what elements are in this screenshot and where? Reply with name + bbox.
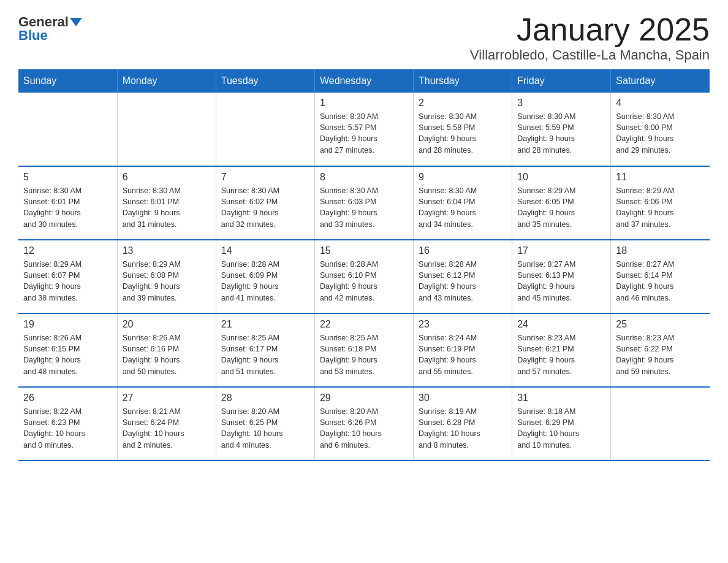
day-number: 10	[517, 172, 605, 183]
day-info: Sunrise: 8:30 AMSunset: 6:01 PMDaylight:…	[23, 185, 112, 230]
calendar-cell: 7Sunrise: 8:30 AMSunset: 6:02 PMDaylight…	[216, 166, 314, 240]
title-block: January 2025 Villarrobledo, Castille-La …	[470, 12, 710, 63]
calendar-cell: 28Sunrise: 8:20 AMSunset: 6:25 PMDayligh…	[216, 387, 314, 461]
day-number: 20	[123, 319, 211, 330]
day-info: Sunrise: 8:26 AMSunset: 6:15 PMDaylight:…	[23, 332, 112, 377]
calendar-cell: 8Sunrise: 8:30 AMSunset: 6:03 PMDaylight…	[314, 166, 413, 240]
header-cell-monday: Monday	[117, 69, 216, 93]
logo-text-blue: Blue	[18, 29, 48, 42]
day-info: Sunrise: 8:18 AMSunset: 6:29 PMDaylight:…	[517, 406, 605, 451]
header-cell-friday: Friday	[512, 69, 611, 93]
day-number: 12	[23, 245, 112, 256]
day-info: Sunrise: 8:30 AMSunset: 5:58 PMDaylight:…	[419, 111, 507, 156]
calendar-header: SundayMondayTuesdayWednesdayThursdayFrid…	[18, 69, 710, 93]
calendar-row: 26Sunrise: 8:22 AMSunset: 6:23 PMDayligh…	[18, 387, 710, 461]
header-cell-wednesday: Wednesday	[314, 69, 413, 93]
day-number: 6	[123, 172, 211, 183]
day-info: Sunrise: 8:29 AMSunset: 6:08 PMDaylight:…	[123, 259, 211, 304]
calendar-cell: 23Sunrise: 8:24 AMSunset: 6:19 PMDayligh…	[414, 313, 512, 387]
day-info: Sunrise: 8:28 AMSunset: 6:12 PMDaylight:…	[419, 259, 507, 304]
calendar-row: 12Sunrise: 8:29 AMSunset: 6:07 PMDayligh…	[18, 240, 710, 313]
day-info: Sunrise: 8:23 AMSunset: 6:21 PMDaylight:…	[517, 332, 605, 377]
header-cell-thursday: Thursday	[414, 69, 512, 93]
calendar-cell: 14Sunrise: 8:28 AMSunset: 6:09 PMDayligh…	[216, 240, 314, 313]
calendar-row: 5Sunrise: 8:30 AMSunset: 6:01 PMDaylight…	[18, 166, 710, 240]
day-info: Sunrise: 8:20 AMSunset: 6:26 PMDaylight:…	[320, 406, 408, 451]
day-info: Sunrise: 8:21 AMSunset: 6:24 PMDaylight:…	[123, 406, 211, 451]
calendar-cell: 25Sunrise: 8:23 AMSunset: 6:22 PMDayligh…	[611, 313, 710, 387]
day-number: 4	[616, 98, 705, 109]
day-info: Sunrise: 8:22 AMSunset: 6:23 PMDaylight:…	[23, 406, 112, 451]
calendar-cell: 17Sunrise: 8:27 AMSunset: 6:13 PMDayligh…	[512, 240, 611, 313]
day-number: 14	[221, 245, 309, 256]
day-number: 8	[320, 172, 408, 183]
day-number: 5	[23, 172, 112, 183]
calendar-cell: 15Sunrise: 8:28 AMSunset: 6:10 PMDayligh…	[314, 240, 413, 313]
calendar-cell: 21Sunrise: 8:25 AMSunset: 6:17 PMDayligh…	[216, 313, 314, 387]
calendar-cell: 27Sunrise: 8:21 AMSunset: 6:24 PMDayligh…	[117, 387, 216, 461]
day-number: 9	[419, 172, 507, 183]
calendar-cell: 10Sunrise: 8:29 AMSunset: 6:05 PMDayligh…	[512, 166, 611, 240]
logo: General Blue	[18, 12, 82, 42]
calendar-row: 1Sunrise: 8:30 AMSunset: 5:57 PMDaylight…	[18, 93, 710, 166]
calendar-cell: 20Sunrise: 8:26 AMSunset: 6:16 PMDayligh…	[117, 313, 216, 387]
day-info: Sunrise: 8:25 AMSunset: 6:18 PMDaylight:…	[320, 332, 408, 377]
calendar-cell: 2Sunrise: 8:30 AMSunset: 5:58 PMDaylight…	[414, 93, 512, 166]
day-info: Sunrise: 8:29 AMSunset: 6:06 PMDaylight:…	[616, 185, 705, 230]
day-info: Sunrise: 8:25 AMSunset: 6:17 PMDaylight:…	[221, 332, 309, 377]
calendar-cell	[611, 387, 710, 461]
day-number: 27	[123, 393, 211, 404]
calendar-cell	[117, 93, 216, 166]
day-number: 17	[517, 245, 605, 256]
logo-text-black: General	[18, 15, 69, 29]
page-subtitle: Villarrobledo, Castille-La Mancha, Spain	[470, 47, 710, 63]
day-info: Sunrise: 8:19 AMSunset: 6:28 PMDaylight:…	[419, 406, 507, 451]
day-number: 13	[123, 245, 211, 256]
day-info: Sunrise: 8:30 AMSunset: 6:03 PMDaylight:…	[320, 185, 408, 230]
day-number: 22	[320, 319, 408, 330]
calendar-body: 1Sunrise: 8:30 AMSunset: 5:57 PMDaylight…	[18, 93, 710, 461]
day-number: 15	[320, 245, 408, 256]
day-number: 2	[419, 98, 507, 109]
calendar-table: SundayMondayTuesdayWednesdayThursdayFrid…	[18, 69, 710, 461]
day-number: 21	[221, 319, 309, 330]
day-number: 25	[616, 319, 705, 330]
day-info: Sunrise: 8:23 AMSunset: 6:22 PMDaylight:…	[616, 332, 705, 377]
calendar-cell: 22Sunrise: 8:25 AMSunset: 6:18 PMDayligh…	[314, 313, 413, 387]
day-info: Sunrise: 8:20 AMSunset: 6:25 PMDaylight:…	[221, 406, 309, 451]
day-number: 7	[221, 172, 309, 183]
day-number: 28	[221, 393, 309, 404]
day-info: Sunrise: 8:29 AMSunset: 6:07 PMDaylight:…	[23, 259, 112, 304]
day-info: Sunrise: 8:30 AMSunset: 5:59 PMDaylight:…	[517, 111, 605, 156]
calendar-cell: 12Sunrise: 8:29 AMSunset: 6:07 PMDayligh…	[18, 240, 117, 313]
day-number: 16	[419, 245, 507, 256]
calendar-cell: 26Sunrise: 8:22 AMSunset: 6:23 PMDayligh…	[18, 387, 117, 461]
day-number: 11	[616, 172, 705, 183]
header-cell-saturday: Saturday	[611, 69, 710, 93]
day-number: 30	[419, 393, 507, 404]
day-info: Sunrise: 8:28 AMSunset: 6:10 PMDaylight:…	[320, 259, 408, 304]
day-info: Sunrise: 8:30 AMSunset: 5:57 PMDaylight:…	[320, 111, 408, 156]
day-number: 24	[517, 319, 605, 330]
day-info: Sunrise: 8:27 AMSunset: 6:13 PMDaylight:…	[517, 259, 605, 304]
calendar-cell: 11Sunrise: 8:29 AMSunset: 6:06 PMDayligh…	[611, 166, 710, 240]
day-info: Sunrise: 8:30 AMSunset: 6:04 PMDaylight:…	[419, 185, 507, 230]
day-info: Sunrise: 8:24 AMSunset: 6:19 PMDaylight:…	[419, 332, 507, 377]
day-info: Sunrise: 8:30 AMSunset: 6:00 PMDaylight:…	[616, 111, 705, 156]
logo-triangle-icon	[70, 18, 82, 26]
calendar-cell: 19Sunrise: 8:26 AMSunset: 6:15 PMDayligh…	[18, 313, 117, 387]
header-cell-sunday: Sunday	[18, 69, 117, 93]
day-info: Sunrise: 8:30 AMSunset: 6:01 PMDaylight:…	[123, 185, 211, 230]
calendar-cell: 13Sunrise: 8:29 AMSunset: 6:08 PMDayligh…	[117, 240, 216, 313]
calendar-cell: 6Sunrise: 8:30 AMSunset: 6:01 PMDaylight…	[117, 166, 216, 240]
day-number: 1	[320, 98, 408, 109]
header-row: SundayMondayTuesdayWednesdayThursdayFrid…	[18, 69, 710, 93]
day-number: 19	[23, 319, 112, 330]
day-number: 23	[419, 319, 507, 330]
calendar-row: 19Sunrise: 8:26 AMSunset: 6:15 PMDayligh…	[18, 313, 710, 387]
calendar-cell	[18, 93, 117, 166]
day-info: Sunrise: 8:29 AMSunset: 6:05 PMDaylight:…	[517, 185, 605, 230]
day-number: 31	[517, 393, 605, 404]
day-number: 3	[517, 98, 605, 109]
calendar-cell: 29Sunrise: 8:20 AMSunset: 6:26 PMDayligh…	[314, 387, 413, 461]
